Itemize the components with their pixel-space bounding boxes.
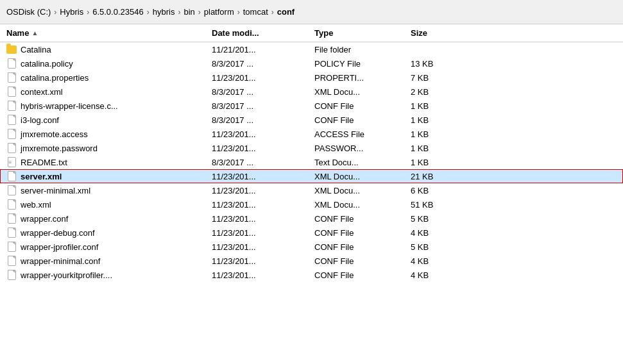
file-name-label: README.txt	[21, 158, 67, 167]
col-header-size[interactable]: Size	[411, 28, 475, 38]
breadcrumb-bin[interactable]: bin	[183, 7, 194, 17]
file-type: CONF File	[314, 256, 411, 266]
file-size: 1 KB	[411, 115, 475, 125]
textfile-icon	[8, 157, 16, 167]
file-name-label: wrapper-jprofiler.conf	[21, 242, 98, 252]
file-date: 11/23/201...	[212, 228, 314, 238]
file-type: CONF File	[314, 242, 411, 252]
file-name-cell: context.xml	[6, 87, 212, 97]
table-row[interactable]: wrapper-debug.conf11/23/201...CONF File4…	[0, 226, 623, 240]
file-date: 11/23/201...	[212, 242, 314, 252]
table-row[interactable]: wrapper.conf11/23/201...CONF File5 KB	[0, 211, 623, 226]
file-type: XML Docu...	[314, 186, 411, 195]
file-type: PASSWOR...	[314, 144, 411, 153]
table-row[interactable]: jmxremote.password11/23/201...PASSWOR...…	[0, 141, 623, 155]
file-icon	[8, 87, 16, 97]
file-name-cell: README.txt	[6, 157, 212, 167]
file-name-label: Catalina	[21, 45, 51, 54]
breadcrumb-separator: ›	[147, 8, 149, 17]
file-date: 11/21/201...	[212, 45, 314, 54]
sort-arrow-name: ▲	[31, 29, 38, 37]
file-size: 4 KB	[411, 270, 475, 280]
file-name-label: catalina.properties	[21, 73, 89, 83]
file-icon	[8, 270, 16, 280]
file-icon	[8, 101, 16, 111]
col-header-type[interactable]: Type	[314, 28, 411, 38]
table-row[interactable]: README.txt8/3/2017 ...Text Docu...1 KB	[0, 155, 623, 169]
file-type: CONF File	[314, 228, 411, 238]
file-size: 7 KB	[411, 73, 475, 83]
file-name-label: wrapper-debug.conf	[21, 228, 95, 238]
file-name-label: jmxremote.password	[21, 144, 98, 153]
file-name-cell: hybris-wrapper-license.c...	[6, 101, 212, 111]
file-date: 8/3/2017 ...	[212, 115, 314, 125]
file-type: ACCESS File	[314, 129, 411, 139]
table-row[interactable]: web.xml11/23/201...XML Docu...51 KB	[0, 197, 623, 211]
file-name-label: wrapper.conf	[21, 214, 68, 224]
table-row[interactable]: hybris-wrapper-license.c...8/3/2017 ...C…	[0, 99, 623, 113]
file-date: 11/23/201...	[212, 144, 314, 153]
file-date: 8/3/2017 ...	[212, 87, 314, 97]
file-name-label: jmxremote.access	[21, 129, 88, 139]
file-date: 11/23/201...	[212, 270, 314, 280]
file-date: 11/23/201...	[212, 256, 314, 266]
table-row[interactable]: Catalina11/21/201...File folder	[0, 42, 623, 56]
file-size: 1 KB	[411, 144, 475, 153]
table-row[interactable]: server-minimal.xml11/23/201...XML Docu..…	[0, 183, 623, 197]
file-name-cell: web.xml	[6, 199, 212, 210]
table-row[interactable]: wrapper-minimal.conf11/23/201...CONF Fil…	[0, 254, 623, 268]
breadcrumb-tomcat[interactable]: tomcat	[243, 7, 268, 17]
file-name-cell: server-minimal.xml	[6, 185, 212, 195]
breadcrumb-separator: ›	[87, 8, 89, 17]
file-name-label: wrapper-yourkitprofiler....	[21, 270, 112, 280]
file-type: CONF File	[314, 214, 411, 224]
file-name-cell: wrapper-minimal.conf	[6, 256, 212, 266]
breadcrumb-conf[interactable]: conf	[277, 7, 294, 17]
breadcrumb-separator: ›	[237, 8, 240, 17]
table-row[interactable]: wrapper-jprofiler.conf11/23/201...CONF F…	[0, 240, 623, 254]
file-type: XML Docu...	[314, 172, 411, 181]
file-date: 11/23/201...	[212, 172, 314, 181]
folder-icon	[6, 46, 17, 54]
file-icon	[8, 72, 16, 83]
breadcrumb-osdisk[interactable]: OSDisk (C:)	[6, 7, 51, 17]
table-row[interactable]: catalina.policy8/3/2017 ...POLICY File13…	[0, 56, 623, 70]
file-name-label: catalina.policy	[21, 59, 73, 69]
table-row[interactable]: wrapper-yourkitprofiler....11/23/201...C…	[0, 268, 623, 282]
table-row[interactable]: i3-log.conf8/3/2017 ...CONF File1 KB	[0, 113, 623, 127]
file-type: CONF File	[314, 115, 411, 125]
breadcrumb-separator: ›	[271, 8, 274, 17]
table-row[interactable]: context.xml8/3/2017 ...XML Docu...2 KB	[0, 85, 623, 99]
file-size: 6 KB	[411, 186, 475, 195]
col-header-name[interactable]: Name▲	[6, 28, 212, 38]
file-name-label: i3-log.conf	[21, 115, 59, 125]
file-name-cell: wrapper-debug.conf	[6, 228, 212, 238]
table-row[interactable]: catalina.properties11/23/201...PROPERTI.…	[0, 70, 623, 85]
breadcrumb-version[interactable]: 6.5.0.0.23546	[92, 7, 144, 17]
file-type: PROPERTI...	[314, 73, 411, 83]
table-row[interactable]: jmxremote.access11/23/201...ACCESS File1…	[0, 127, 623, 141]
file-name-cell: jmxremote.password	[6, 143, 212, 153]
file-name-cell: jmxremote.access	[6, 129, 212, 139]
table-row[interactable]: server.xml11/23/201...XML Docu...21 KB	[0, 169, 623, 183]
breadcrumb-platform[interactable]: platform	[204, 7, 234, 17]
file-icon	[8, 58, 16, 69]
file-name-cell: i3-log.conf	[6, 115, 212, 125]
file-icon	[8, 171, 16, 181]
file-icon	[8, 129, 16, 139]
file-icon	[8, 199, 16, 210]
file-size: 5 KB	[411, 242, 475, 252]
file-size: 1 KB	[411, 101, 475, 111]
file-date: 11/23/201...	[212, 214, 314, 224]
breadcrumb-hybris[interactable]: Hybris	[60, 7, 83, 17]
file-name-label: context.xml	[21, 87, 63, 97]
breadcrumb-hybris2[interactable]: hybris	[153, 7, 175, 17]
file-size: 1 KB	[411, 129, 475, 139]
file-type: CONF File	[314, 270, 411, 280]
file-name-cell: Catalina	[6, 44, 212, 54]
file-list: Catalina11/21/201...File foldercatalina.…	[0, 42, 623, 282]
file-size: 1 KB	[411, 158, 475, 167]
file-type: CONF File	[314, 101, 411, 111]
file-name-label: wrapper-minimal.conf	[21, 256, 100, 266]
col-header-date[interactable]: Date modi...	[212, 28, 314, 38]
